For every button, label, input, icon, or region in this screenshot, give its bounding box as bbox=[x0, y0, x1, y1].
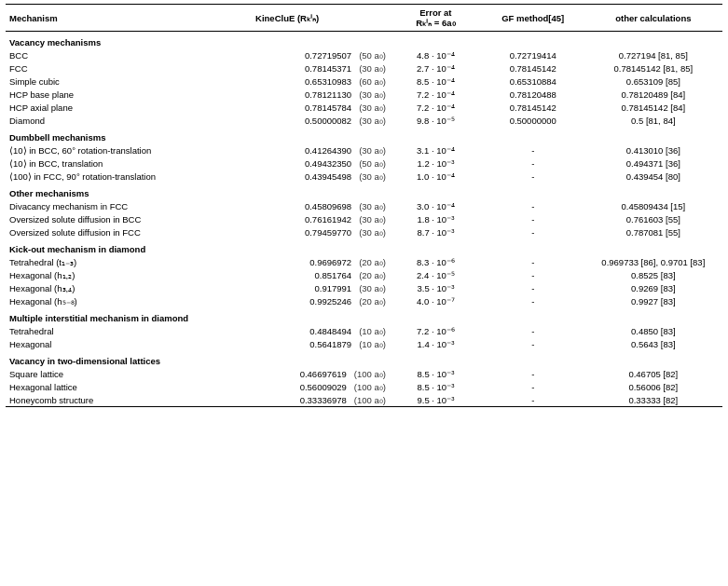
table-row: Divacancy mechanism in FCC0.45809698(30 … bbox=[6, 199, 722, 212]
table-row: ⟨10⟩ in BCC, translation0.49432350(50 a₀… bbox=[6, 157, 722, 170]
kineclue-radius: (10 a₀) bbox=[359, 326, 386, 336]
section-header: Other mechanisms bbox=[6, 183, 722, 199]
kineclue-value: 0.851764 bbox=[188, 270, 351, 280]
gf-cell: - bbox=[482, 212, 584, 225]
kineclue-radius: (30 a₀) bbox=[359, 214, 386, 225]
mechanism-cell: ⟨10⟩ in BCC, 60° rotation-translation bbox=[6, 143, 185, 157]
other-cell: 0.33333 [82] bbox=[584, 393, 722, 407]
kineclue-cell: 0.79459770(30 a₀) bbox=[185, 225, 390, 238]
other-cell: 0.78145142 [84] bbox=[584, 101, 722, 114]
table-row: Square lattice0.46697619(100 a₀)8.5 · 10… bbox=[6, 367, 722, 380]
error-cell: 8.7 · 10⁻³ bbox=[390, 225, 482, 238]
table-row: Oversized solute diffusion in FCC0.79459… bbox=[6, 225, 722, 238]
kineclue-cell: 0.65310983(60 a₀) bbox=[185, 75, 390, 88]
other-cell: 0.494371 [36] bbox=[584, 157, 722, 170]
gf-cell: - bbox=[482, 225, 584, 238]
error-cell: 7.2 · 10⁻⁶ bbox=[390, 324, 482, 337]
kineclue-radius: (30 a₀) bbox=[359, 201, 386, 211]
kineclue-radius: (30 a₀) bbox=[359, 171, 386, 182]
other-cell: 0.9927 [83] bbox=[584, 294, 722, 307]
error-cell: 2.7 · 10⁻⁴ bbox=[390, 61, 482, 75]
kineclue-radius: (50 a₀) bbox=[359, 50, 386, 61]
gf-cell: - bbox=[482, 380, 584, 393]
kineclue-value: 0.9696972 bbox=[188, 257, 351, 267]
kineclue-cell: 0.851764(20 a₀) bbox=[185, 268, 390, 281]
kineclue-radius: (100 a₀) bbox=[354, 395, 386, 405]
table-row: Tetrahedral (t₁₋₃)0.9696972(20 a₀)8.3 · … bbox=[6, 255, 722, 268]
gf-cell: - bbox=[482, 367, 584, 380]
kineclue-value: 0.50000082 bbox=[188, 116, 351, 126]
gf-cell: 0.78145142 bbox=[482, 101, 584, 114]
section-title: Multiple interstitial mechanism in diamo… bbox=[6, 307, 722, 324]
table-row: Hexagonal (h₅₋₈)0.9925246(20 a₀)4.0 · 10… bbox=[6, 294, 722, 307]
other-cell: 0.56006 [82] bbox=[584, 380, 722, 393]
table-row: Hexagonal lattice0.56009029(100 a₀)8.5 ·… bbox=[6, 380, 722, 393]
table-row: FCC0.78145371(30 a₀)2.7 · 10⁻⁴0.78145142… bbox=[6, 61, 722, 75]
kineclue-cell: 0.917991(30 a₀) bbox=[185, 281, 390, 294]
gf-cell: - bbox=[482, 337, 584, 350]
gf-cell: - bbox=[482, 294, 584, 307]
table-row: Honeycomb structure0.33336978(100 a₀)9.5… bbox=[6, 393, 722, 407]
gf-cell: - bbox=[482, 268, 584, 281]
other-cell: 0.653109 [85] bbox=[584, 75, 722, 88]
kineclue-cell: 0.78145371(30 a₀) bbox=[185, 61, 390, 75]
kineclue-value: 0.43945498 bbox=[188, 171, 351, 182]
data-table: Mechanism KineCluE (Rₖᴵₙ) Error at Rₖᴵₙ … bbox=[6, 4, 722, 407]
section-header: Vacancy in two-dimensional lattices bbox=[6, 350, 722, 367]
other-cell: 0.787081 [55] bbox=[584, 225, 722, 238]
header-kineclue: KineCluE (Rₖᴵₙ) bbox=[185, 5, 390, 32]
kineclue-cell: 0.49432350(50 a₀) bbox=[185, 157, 390, 170]
mechanism-cell: HCP base plane bbox=[6, 88, 185, 101]
table-row: BCC0.72719507(50 a₀)4.8 · 10⁻⁴0.72719414… bbox=[6, 48, 722, 61]
gf-cell: - bbox=[482, 157, 584, 170]
gf-cell: 0.50000000 bbox=[482, 114, 584, 127]
kineclue-cell: 0.56009029(100 a₀) bbox=[185, 380, 390, 393]
header-mechanism: Mechanism bbox=[6, 5, 185, 32]
mechanism-cell: Oversized solute diffusion in FCC bbox=[6, 225, 185, 238]
error-cell: 1.4 · 10⁻³ bbox=[390, 337, 482, 350]
kineclue-value: 0.9925246 bbox=[188, 296, 351, 307]
kineclue-radius: (30 a₀) bbox=[359, 116, 386, 126]
kineclue-cell: 0.76161942(30 a₀) bbox=[185, 212, 390, 225]
kineclue-cell: 0.45809698(30 a₀) bbox=[185, 199, 390, 212]
gf-cell: 0.72719414 bbox=[482, 48, 584, 61]
kineclue-cell: 0.43945498(30 a₀) bbox=[185, 170, 390, 183]
gf-cell: 0.78145142 bbox=[482, 61, 584, 75]
other-cell: 0.413010 [36] bbox=[584, 143, 722, 157]
kineclue-radius: (30 a₀) bbox=[359, 283, 386, 293]
table-row: Tetrahedral0.4848494(10 a₀)7.2 · 10⁻⁶-0.… bbox=[6, 324, 722, 337]
other-cell: 0.969733 [86], 0.9701 [83] bbox=[584, 255, 722, 268]
error-cell: 8.5 · 10⁻³ bbox=[390, 380, 482, 393]
mechanism-cell: Diamond bbox=[6, 114, 185, 127]
kineclue-radius: (50 a₀) bbox=[359, 158, 386, 169]
table-row: ⟨100⟩ in FCC, 90° rotation-translation0.… bbox=[6, 170, 722, 183]
mechanism-cell: Hexagonal (h₅₋₈) bbox=[6, 294, 185, 307]
mechanism-cell: Square lattice bbox=[6, 367, 185, 380]
other-cell: 0.761603 [55] bbox=[584, 212, 722, 225]
gf-cell: - bbox=[482, 170, 584, 183]
error-cell: 9.8 · 10⁻⁵ bbox=[390, 114, 482, 127]
table-row: Hexagonal0.5641879(10 a₀)1.4 · 10⁻³-0.56… bbox=[6, 337, 722, 350]
error-cell: 8.5 · 10⁻³ bbox=[390, 367, 482, 380]
table-row: Oversized solute diffusion in BCC0.76161… bbox=[6, 212, 722, 225]
kineclue-value: 0.5641879 bbox=[188, 339, 351, 349]
kineclue-cell: 0.78145784(30 a₀) bbox=[185, 101, 390, 114]
kineclue-radius: (20 a₀) bbox=[359, 296, 386, 307]
section-title: Vacancy in two-dimensional lattices bbox=[6, 350, 722, 367]
kineclue-radius: (100 a₀) bbox=[354, 369, 386, 379]
kineclue-value: 0.49432350 bbox=[188, 158, 351, 169]
error-cell: 4.0 · 10⁻⁷ bbox=[390, 294, 482, 307]
other-cell: 0.4850 [83] bbox=[584, 324, 722, 337]
mechanism-cell: Hexagonal (h₁,₂) bbox=[6, 268, 185, 281]
kineclue-cell: 0.41264390(30 a₀) bbox=[185, 143, 390, 157]
other-cell: 0.8525 [83] bbox=[584, 268, 722, 281]
other-cell: 0.45809434 [15] bbox=[584, 199, 722, 212]
gf-cell: - bbox=[482, 255, 584, 268]
kineclue-cell: 0.72719507(50 a₀) bbox=[185, 48, 390, 61]
main-container: Mechanism KineCluE (Rₖᴵₙ) Error at Rₖᴵₙ … bbox=[0, 0, 728, 411]
error-cell: 7.2 · 10⁻⁴ bbox=[390, 101, 482, 114]
table-body: Vacancy mechanismsBCC0.72719507(50 a₀)4.… bbox=[6, 32, 722, 407]
header-gf: GF method[45] bbox=[482, 5, 584, 32]
mechanism-cell: BCC bbox=[6, 48, 185, 61]
kineclue-cell: 0.50000082(30 a₀) bbox=[185, 114, 390, 127]
